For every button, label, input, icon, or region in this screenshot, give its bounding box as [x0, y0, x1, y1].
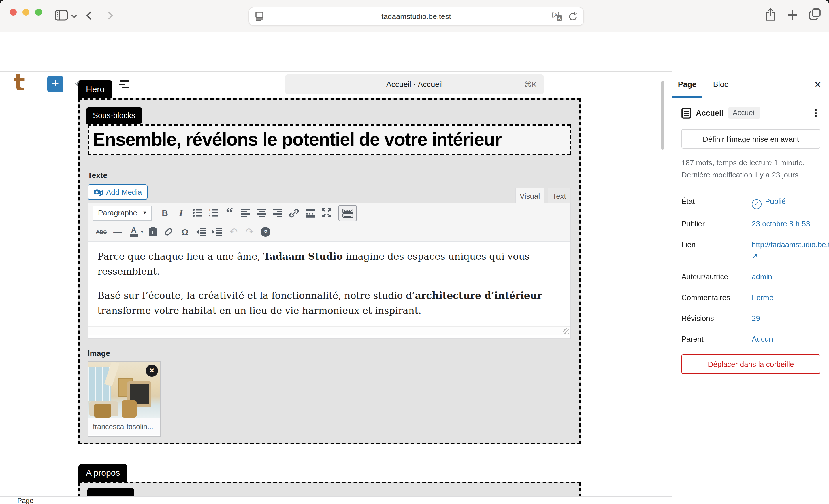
page-options-icon[interactable]: ⋮ — [812, 104, 820, 121]
svg-text:A: A — [558, 15, 561, 21]
traffic-zoom-button[interactable] — [35, 9, 42, 15]
field-label: État — [681, 196, 752, 209]
align-left-icon[interactable] — [238, 206, 253, 220]
sidebar-toggle-icon[interactable] — [55, 10, 68, 21]
image-attachment-card[interactable]: ✕ francesca-tosolin... — [87, 361, 161, 437]
svg-text:T: T — [151, 230, 154, 236]
set-featured-image-button[interactable]: Définir l’image mise en avant — [681, 129, 820, 149]
move-to-trash-button[interactable]: Déplacer dans la corbeille — [681, 354, 820, 374]
hero-heading[interactable]: Ensemble, révélons le potentiel de votre… — [93, 129, 501, 150]
italic-button[interactable]: I — [174, 206, 188, 220]
field-label: Parent — [681, 333, 752, 345]
numbered-list-icon[interactable]: 123 — [206, 206, 221, 220]
paragraph-1[interactable]: Parce que chaque lieu a une âme, Tadaam … — [98, 249, 561, 279]
apropos-block-label[interactable]: A propos — [78, 464, 128, 482]
hero-block-label[interactable]: Hero — [78, 80, 112, 99]
canvas-scrollbar-thumb[interactable] — [661, 81, 664, 150]
help-button[interactable]: ? — [258, 225, 273, 239]
paste-as-text-icon[interactable]: T — [145, 225, 160, 239]
back-button[interactable] — [86, 11, 95, 20]
remove-image-button[interactable]: ✕ — [146, 364, 158, 377]
bottom-status-bar: Page — [0, 496, 672, 504]
sidebar-chevron-icon[interactable] — [71, 12, 77, 18]
bullet-list-icon[interactable] — [190, 206, 205, 220]
block-inserter-button[interactable]: + — [47, 76, 63, 92]
text-color-caret-icon[interactable]: ▼ — [140, 230, 144, 234]
traffic-close-button[interactable] — [10, 9, 17, 15]
paragraph-1-text: Parce que chaque lieu a une âme, — [98, 251, 263, 262]
reload-icon[interactable] — [569, 11, 578, 21]
permalink-link[interactable]: http://tadaamstudio.be.test/ ↗ — [752, 239, 829, 262]
hero-heading-block[interactable]: Ensemble, révélons le potentiel de votre… — [87, 124, 571, 155]
image-field-label: Image — [87, 349, 110, 358]
comments-button[interactable]: Fermé — [752, 292, 773, 303]
add-media-button[interactable]: Add Media — [87, 184, 148, 200]
field-label: Révisions — [681, 312, 752, 324]
subblocks-label[interactable]: Sous-blocks — [86, 107, 142, 124]
url-text[interactable]: tadaamstudio.be.test — [249, 7, 583, 25]
special-character-button[interactable]: Ω — [178, 225, 192, 239]
clear-formatting-icon[interactable] — [161, 225, 176, 239]
text-color-button[interactable]: A — [126, 225, 141, 239]
tab-text[interactable]: Text — [548, 188, 571, 203]
align-right-icon[interactable] — [271, 206, 285, 220]
editor-statusbar — [88, 326, 570, 335]
wysiwyg-editor: Paragraphe ▼ B I 123 “ — [87, 203, 571, 339]
site-logo[interactable]: t — [14, 70, 31, 94]
svg-text:1: 1 — [208, 208, 210, 211]
revisions-button[interactable]: 29 — [752, 312, 760, 324]
tab-visual[interactable]: Visual — [515, 188, 544, 203]
page-icon — [681, 108, 691, 118]
document-overview-icon[interactable] — [119, 80, 130, 89]
parent-button[interactable]: Aucun — [752, 333, 773, 345]
horizontal-rule-button[interactable]: — — [110, 225, 125, 239]
read-more-icon[interactable] — [303, 206, 318, 220]
tab-bloc[interactable]: Bloc — [702, 71, 739, 98]
toolbar-toggle-button[interactable] — [338, 205, 357, 221]
strikethrough-button[interactable]: ABC — [94, 225, 109, 239]
external-arrow-icon: ↗ — [752, 251, 758, 260]
tab-overview-icon[interactable] — [809, 8, 821, 20]
align-center-icon[interactable] — [254, 206, 269, 220]
editor-undo-button: ↶ — [226, 225, 241, 239]
address-bar[interactable]: tadaamstudio.be.test AA — [249, 7, 584, 26]
traffic-minimize-button[interactable] — [23, 9, 29, 15]
forward-button — [105, 11, 113, 20]
paragraph-format-select[interactable]: Paragraphe ▼ — [93, 205, 152, 220]
field-row-commentaires: Commentaires Fermé — [681, 292, 822, 303]
apropos-block[interactable] — [78, 482, 580, 497]
breadcrumb: Page — [17, 497, 33, 504]
field-row-revisions: Révisions 29 — [681, 312, 822, 324]
share-icon[interactable] — [765, 8, 776, 21]
paragraph-2[interactable]: Basé sur l’écoute, la créativité et la f… — [98, 288, 561, 318]
close-sidebar-icon[interactable]: ✕ — [814, 79, 822, 90]
image-filename: francesca-tosolin... — [88, 418, 160, 435]
new-tab-icon[interactable] — [788, 10, 798, 20]
indent-icon[interactable] — [210, 225, 225, 239]
editor-header: t + ↶ ↷ Accueil · Accueil ⌘K Enregistrer… — [0, 32, 829, 72]
status-published-button[interactable]: ✓Publié — [752, 196, 786, 209]
reader-icon[interactable] — [255, 11, 264, 21]
document-title-bar[interactable]: Accueil · Accueil ⌘K — [285, 74, 544, 94]
fullscreen-icon[interactable] — [319, 206, 334, 220]
svg-text:3: 3 — [208, 214, 210, 217]
link-icon[interactable] — [287, 206, 301, 220]
translate-icon[interactable]: AA — [552, 11, 563, 21]
editor-content[interactable]: Parce que chaque lieu a une âme, Tadaam … — [88, 242, 570, 326]
field-label: Lien — [681, 239, 752, 262]
active-tab-underline — [672, 96, 702, 98]
publish-date-button[interactable]: 23 octobre 8 h 53 — [752, 218, 810, 230]
editor-toolbar-row2: ABC — A ▼ T Ω ↶ ↷ ? — [88, 222, 570, 242]
outdent-icon[interactable] — [194, 225, 209, 239]
blockquote-button[interactable]: “ — [222, 209, 237, 217]
field-row-auteur: Auteur/autrice admin — [681, 271, 822, 282]
tab-page[interactable]: Page — [672, 71, 702, 98]
editor-toolbar-row1: Paragraphe ▼ B I 123 “ — [88, 203, 570, 222]
sidebar-tabs: Page Bloc ✕ — [672, 71, 829, 99]
author-button[interactable]: admin — [752, 271, 772, 282]
help-icon: ? — [261, 227, 271, 237]
paragraph-2-text: Basé sur l’écoute, la créativité et la f… — [98, 290, 415, 301]
resize-grip-icon[interactable] — [563, 328, 569, 334]
image-thumbnail[interactable]: ✕ — [88, 362, 160, 418]
bold-button[interactable]: B — [157, 206, 172, 220]
